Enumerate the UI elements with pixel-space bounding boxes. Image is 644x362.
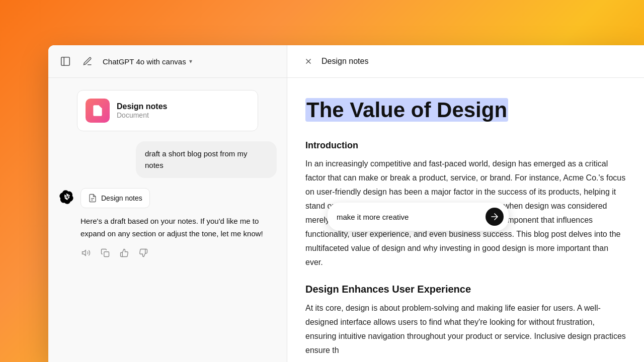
model-selector[interactable]: ChatGPT 4o with canvas ▾ (103, 57, 192, 66)
inline-send-button[interactable] (486, 208, 504, 226)
thumbs-down-icon[interactable] (138, 247, 149, 258)
inline-input-overlay (328, 203, 509, 231)
assistant-text: Here's a draft based on your notes. If y… (80, 215, 277, 240)
svg-marker-6 (83, 250, 86, 255)
new-chat-button[interactable] (80, 54, 95, 68)
chevron-down-icon: ▾ (189, 58, 192, 65)
document-title: Design notes (321, 57, 368, 66)
app-window: ChatGPT 4o with canvas ▾ Design notes (48, 45, 644, 362)
speaker-icon[interactable] (80, 247, 92, 258)
assistant-response: Design notes Here's a draft based on you… (58, 188, 277, 258)
thumbs-up-icon[interactable] (119, 247, 130, 258)
inline-prompt-input[interactable] (337, 213, 480, 221)
close-button[interactable] (301, 54, 315, 68)
chat-header: ChatGPT 4o with canvas ▾ (48, 45, 287, 78)
document-heading: The Value of Design (305, 98, 508, 122)
right-panel: Design notes The Value of Design Introdu… (287, 45, 644, 362)
intro-section-title: Introduction (305, 140, 626, 151)
svg-rect-0 (61, 57, 70, 66)
document-icon (86, 99, 110, 123)
model-name: ChatGPT 4o with canvas (103, 57, 186, 66)
copy-icon[interactable] (100, 247, 111, 258)
sidebar-toggle-button[interactable] (58, 54, 72, 68)
design-notes-btn-label: Design notes (101, 194, 142, 202)
section2-paragraph: At its core, design is about problem-sol… (305, 301, 626, 357)
section2-title: Design Enhances User Experience (305, 284, 626, 295)
user-message: draft a short blog post from my notes (136, 141, 277, 178)
left-panel: ChatGPT 4o with canvas ▾ Design notes (48, 45, 287, 362)
svg-rect-7 (104, 251, 109, 256)
card-title: Design notes (117, 102, 167, 111)
design-notes-link-button[interactable]: Design notes (80, 188, 150, 208)
action-icons-row (80, 247, 277, 258)
document-content: The Value of Design Introduction In an i… (287, 78, 644, 362)
card-subtitle: Document (117, 111, 167, 119)
assistant-avatar (58, 189, 74, 205)
assistant-content: Design notes Here's a draft based on you… (80, 188, 277, 258)
document-header: Design notes (287, 45, 644, 78)
chat-content: Design notes Document draft a short blog… (48, 78, 287, 362)
attachment-card[interactable]: Design notes Document (77, 90, 258, 131)
